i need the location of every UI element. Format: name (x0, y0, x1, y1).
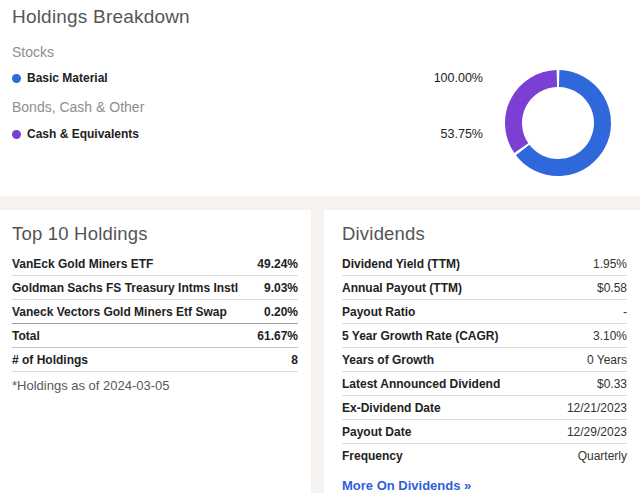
table-row-count: # of Holdings 8 (12, 348, 298, 372)
holdings-breakdown-card: Holdings Breakdown Stocks Basic Material… (0, 0, 640, 196)
dividends-card: Dividends Dividend Yield (TTM) 1.95% Ann… (324, 210, 640, 493)
legend-dot-blue-icon (12, 74, 21, 83)
dividend-metric-value: $0.33 (597, 377, 627, 391)
table-row: Goldman Sachs FS Treasury Intms Instl 9.… (12, 276, 298, 300)
dividend-metric-label: Frequency (342, 449, 403, 463)
table-row-total: Total 61.67% (12, 324, 298, 348)
legend-label: Cash & Equivalents (27, 127, 139, 141)
dividend-metric-label: Ex-Dividend Date (342, 401, 441, 415)
dividend-metric-label: Latest Announced Dividend (342, 377, 500, 391)
holding-weight: 0.20% (264, 305, 298, 319)
dividend-metric-value: 12/21/2023 (567, 401, 627, 415)
holdings-count-value: 8 (291, 353, 298, 367)
dividend-metric-label: Annual Payout (TTM) (342, 281, 462, 295)
holding-name: Vaneck Vectors Gold Miners Etf Swap (12, 305, 227, 319)
top-holdings-table: VanEck Gold Miners ETF 49.24% Goldman Sa… (12, 252, 298, 372)
table-row: VanEck Gold Miners ETF 49.24% (12, 252, 298, 276)
top-holdings-title: Top 10 Holdings (12, 223, 311, 245)
dividend-metric-label: Payout Date (342, 425, 411, 439)
total-label: Total (12, 329, 40, 343)
legend-label: Basic Material (27, 71, 108, 85)
table-row: Dividend Yield (TTM) 1.95% (342, 252, 627, 276)
dividends-title: Dividends (342, 223, 640, 245)
table-row: Latest Announced Dividend $0.33 (342, 372, 627, 396)
group-label-stocks: Stocks (12, 44, 54, 60)
legend-dot-purple-icon (12, 130, 21, 139)
holdings-breakdown-title: Holdings Breakdown (12, 6, 190, 28)
dividend-metric-value: $0.58 (597, 281, 627, 295)
holding-weight: 9.03% (264, 281, 298, 295)
dividends-table: Dividend Yield (TTM) 1.95% Annual Payout… (342, 252, 627, 467)
group-label-bonds-cash-other: Bonds, Cash & Other (12, 99, 144, 115)
dividend-metric-label: 5 Year Growth Rate (CAGR) (342, 329, 498, 343)
table-row: Years of Growth 0 Years (342, 348, 627, 372)
donut-segment-cash-equivalents (514, 79, 557, 149)
holdings-donut-chart (503, 68, 613, 178)
top-holdings-card: Top 10 Holdings VanEck Gold Miners ETF 4… (0, 210, 311, 493)
dividend-metric-value: 1.95% (593, 257, 627, 271)
dividend-metric-value: 0 Years (587, 353, 627, 367)
dividend-metric-label: Years of Growth (342, 353, 434, 367)
dividend-metric-value: Quarterly (578, 449, 627, 463)
table-row: Vaneck Vectors Gold Miners Etf Swap 0.20… (12, 300, 298, 324)
legend-item-cash-equivalents: Cash & Equivalents 53.75% (12, 126, 483, 142)
holdings-count-label: # of Holdings (12, 353, 88, 367)
holding-weight: 49.24% (257, 257, 298, 271)
holding-name: VanEck Gold Miners ETF (12, 257, 153, 271)
holdings-as-of-footnote: *Holdings as of 2024-03-05 (12, 378, 298, 393)
table-row: 5 Year Growth Rate (CAGR) 3.10% (342, 324, 627, 348)
table-row: Payout Ratio - (342, 300, 627, 324)
table-row: Frequency Quarterly (342, 444, 627, 467)
dividend-metric-value: 12/29/2023 (567, 425, 627, 439)
dividend-metric-label: Dividend Yield (TTM) (342, 257, 460, 271)
holding-name: Goldman Sachs FS Treasury Intms Instl (12, 281, 238, 295)
table-row: Payout Date 12/29/2023 (342, 420, 627, 444)
dividend-metric-value: 3.10% (593, 329, 627, 343)
legend-value: 53.75% (441, 127, 483, 141)
total-value: 61.67% (257, 329, 298, 343)
legend-item-basic-material: Basic Material 100.00% (12, 70, 483, 86)
dividend-metric-label: Payout Ratio (342, 305, 415, 319)
table-row: Annual Payout (TTM) $0.58 (342, 276, 627, 300)
more-on-dividends-link[interactable]: More On Dividends » (342, 478, 471, 493)
dividend-metric-value: - (623, 305, 627, 319)
table-row: Ex-Dividend Date 12/21/2023 (342, 396, 627, 420)
legend-value: 100.00% (434, 71, 483, 85)
